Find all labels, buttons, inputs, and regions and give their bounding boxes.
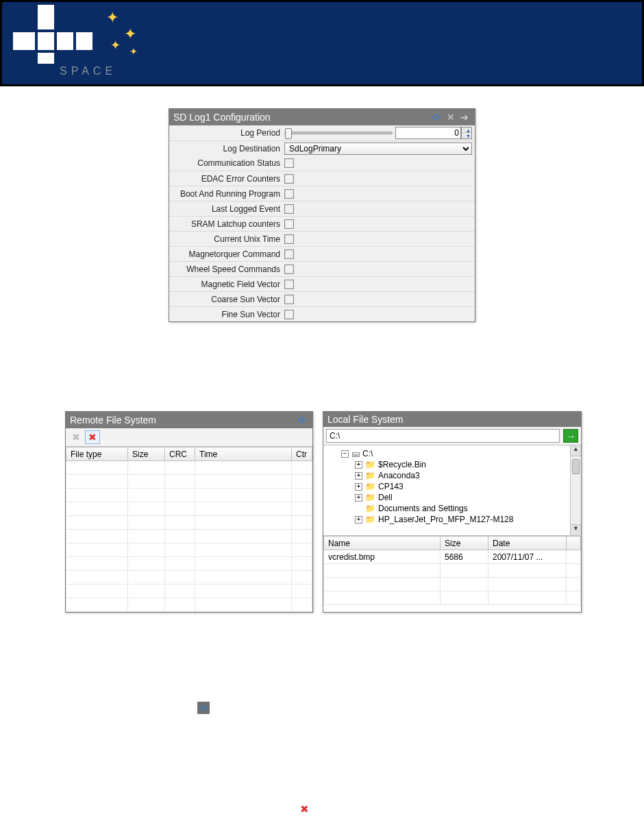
panel-title-text: SD Log1 Configuration [173,112,430,123]
go-arrow-icon[interactable]: → [563,429,578,443]
table-cell [66,530,128,543]
table-cell [165,475,195,489]
table-cell [66,571,128,585]
table-row[interactable] [66,585,312,598]
tree-expand-icon[interactable]: + [355,461,362,469]
table-row[interactable] [66,502,312,516]
log-destination-select[interactable]: SdLogPrimary [284,143,472,155]
checkbox[interactable] [284,234,294,244]
column-header[interactable]: Size [441,537,488,550]
delete-red-icon: ✖ [300,803,309,815]
tree-expand-icon[interactable]: + [355,494,362,502]
log-period-slider[interactable] [284,132,393,134]
tree-item[interactable]: +📁$Recycle.Bin [327,459,577,470]
tree-item[interactable]: +📁CP143 [327,481,577,492]
tree-item[interactable]: +📁Anaconda3 [327,470,577,481]
folder-icon: 📁 [365,515,375,524]
checkbox[interactable] [284,204,294,214]
table-row[interactable] [66,598,312,612]
remote-file-table[interactable]: File typeSizeCRCTimeCtr [66,447,312,612]
table-cell [195,502,292,516]
scroll-thumb[interactable] [572,459,580,474]
forward-icon[interactable]: ➔ [458,111,471,123]
panel-title-text: Remote File System [70,415,295,426]
document-header: SPACE ✦ ✦ ✦ ✦ [0,0,644,86]
refresh-icon[interactable]: ⟳ [296,414,308,426]
table-cell [165,489,195,502]
logo-subtext: SPACE [60,65,116,77]
remote-toolbar: ✖ ✖ [66,428,312,447]
table-row[interactable] [324,564,581,578]
table-cell [165,530,195,543]
sdlog-check-row: Wheel Speed Commands [169,261,475,276]
delete-red-icon[interactable]: ✖ [85,430,100,444]
checkbox[interactable] [284,280,294,289]
tree-expand-icon[interactable]: + [355,483,362,491]
tree-item[interactable]: +📁HP_LaserJet_Pro_MFP_M127-M128 [327,514,577,525]
checkbox[interactable] [284,158,294,168]
panel-title-text: Local File System [327,414,577,425]
log-period-spinner[interactable]: ▲ ▼ [461,127,472,139]
table-cell [66,489,128,502]
vertical-scrollbar[interactable]: ▲ ▼ [570,445,581,535]
checkbox[interactable] [284,310,294,319]
scroll-down-icon[interactable]: ▼ [571,524,581,535]
local-path-input[interactable] [326,429,560,443]
delete-grey-icon[interactable]: ✖ [69,430,84,444]
column-header[interactable]: File type [66,447,128,461]
table-row[interactable] [66,516,312,530]
table-cell [66,598,128,612]
checkbox[interactable] [284,174,294,184]
tree-root-label[interactable]: C:\ [362,449,373,458]
log-period-input[interactable] [395,127,461,139]
tree-collapse-icon[interactable]: − [341,450,349,458]
tree-expand-icon[interactable]: + [355,516,362,524]
table-row[interactable] [324,578,581,591]
table-row[interactable] [66,543,312,557]
log-destination-label: Log Destination [169,144,284,153]
table-row[interactable] [66,461,312,475]
sdlog-check-row: Boot And Running Program [169,186,475,201]
local-file-table[interactable]: NameSizeDate vcredist.bmp56862007/11/07 … [323,536,581,605]
column-header[interactable]: Time [195,447,292,461]
table-row[interactable] [66,571,312,585]
refresh-icon[interactable]: ⟳ [431,111,443,123]
local-tree[interactable]: − 🖴 C:\ +📁$Recycle.Bin+📁Anaconda3+📁CP143… [323,445,581,536]
table-cell [292,530,312,543]
checkbox[interactable] [284,249,294,259]
checkbox[interactable] [284,189,294,199]
checkbox[interactable] [284,265,294,274]
table-cell [292,502,312,516]
column-header[interactable]: CRC [165,447,195,461]
column-header[interactable]: Ctr [292,447,312,461]
table-row[interactable] [66,530,312,543]
column-header[interactable]: Name [324,537,441,550]
table-row[interactable] [66,475,312,489]
table-cell [292,585,312,598]
table-row[interactable] [324,591,581,605]
spin-down[interactable]: ▼ [462,133,471,138]
table-row[interactable]: vcredist.bmp56862007/11/07 ... [324,550,581,564]
tree-item[interactable]: +📁Dell [327,492,577,503]
panel-titlebar: Remote File System ⟳ [66,412,312,428]
checkbox[interactable] [284,295,294,304]
spin-up[interactable]: ▲ [462,127,471,133]
scroll-up-icon[interactable]: ▲ [571,445,581,456]
column-header[interactable]: Date [488,537,567,550]
table-row[interactable] [66,557,312,571]
table-row[interactable] [66,489,312,502]
table-cell [292,461,312,475]
checkbox[interactable] [284,219,294,229]
column-header[interactable] [566,537,580,550]
column-header[interactable]: Size [128,447,165,461]
collapse-icon[interactable]: ✕ [445,111,457,123]
sdlog-check-row: Magnetic Field Vector [169,276,475,291]
table-cell [128,543,165,557]
tree-item[interactable]: 📁Documents and Settings [327,503,577,514]
sdlog-check-row: Fine Sun Vector [169,306,475,321]
table-cell [195,516,292,530]
table-cell [292,516,312,530]
table-cell [292,598,312,612]
slider-thumb[interactable] [285,128,292,139]
tree-expand-icon[interactable]: + [355,472,362,480]
